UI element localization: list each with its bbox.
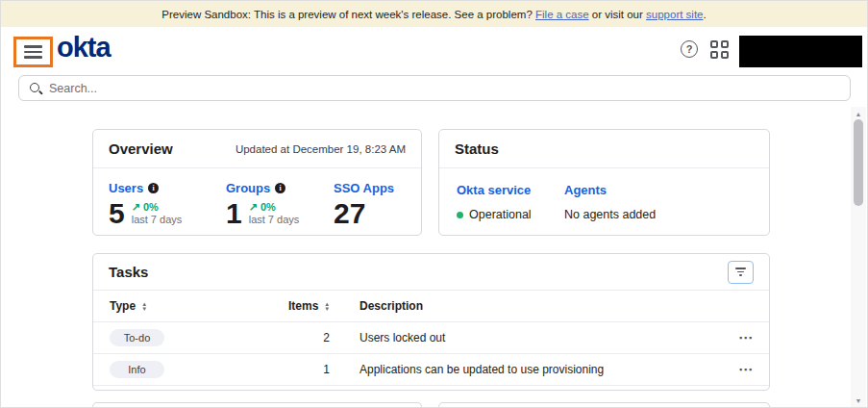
stat-groups: Groupsi 1 ↗ 0% last 7 days <box>226 181 334 228</box>
support-site-link[interactable]: support site <box>646 9 703 20</box>
column-header-type[interactable]: Type▲▼ <box>110 299 288 313</box>
file-a-case-link[interactable]: File a case <box>535 9 589 20</box>
scrollbar-thumb[interactable] <box>854 119 863 206</box>
overview-stats: Usersi 5 ↗ 0% last 7 days Groupsi 1 ↗ 0%… <box>93 168 421 228</box>
items-count: 1 <box>288 363 341 376</box>
column-header-items[interactable]: Items▲▼ <box>288 299 341 313</box>
preview-sandbox-banner: Preview Sandbox: This is a preview of ne… <box>1 1 867 27</box>
tasks-title: Tasks <box>109 264 148 280</box>
search-icon <box>29 82 42 95</box>
overview-card-header: Overview Updated at December 19, 8:23 AM <box>93 130 421 168</box>
okta-service-status: Okta service Operational <box>457 183 564 221</box>
filter-button[interactable] <box>728 261 754 284</box>
groups-link[interactable]: Groupsi <box>226 181 334 195</box>
users-trend: ↗ 0% <box>132 201 183 214</box>
hamburger-menu-button[interactable] <box>13 37 53 67</box>
partial-card-right <box>438 402 770 408</box>
partial-card-left <box>92 402 422 408</box>
stat-sso-apps: SSO Apps 27 <box>334 181 394 228</box>
trend-up-icon: ↗ <box>249 201 258 213</box>
hamburger-icon <box>24 45 42 48</box>
table-row[interactable]: To-do 2 Users locked out ⋯ <box>93 322 769 354</box>
users-trend-period: last 7 days <box>132 214 183 226</box>
filter-icon <box>735 268 746 269</box>
operational-status-dot <box>457 212 463 218</box>
info-icon[interactable]: i <box>275 183 285 193</box>
okta-admin-dashboard: Preview Sandbox: This is a preview of ne… <box>0 0 868 408</box>
groups-count: 1 <box>226 199 242 228</box>
sso-apps-link[interactable]: SSO Apps <box>334 181 394 195</box>
row-actions-menu[interactable]: ⋯ <box>712 365 753 374</box>
sort-icon: ▲▼ <box>324 302 330 311</box>
task-description: Users locked out <box>341 331 712 344</box>
banner-text-middle: or visit our <box>589 9 646 20</box>
okta-logo[interactable]: okta <box>57 32 111 64</box>
search-input[interactable] <box>49 82 840 95</box>
trend-up-icon: ↗ <box>132 201 140 213</box>
top-header: okta ? <box>1 27 867 73</box>
redacted-account-info <box>739 36 862 67</box>
users-count: 5 <box>109 199 125 228</box>
agents-link[interactable]: Agents <box>564 183 656 197</box>
sso-apps-count: 27 <box>334 199 365 228</box>
okta-service-link[interactable]: Okta service <box>457 183 564 197</box>
task-description: Applications can be updated to use provi… <box>341 363 712 376</box>
banner-text: Preview Sandbox: This is a preview of ne… <box>161 9 535 20</box>
scroll-up-icon[interactable]: ▲ <box>851 111 866 117</box>
okta-service-value: Operational <box>457 208 564 221</box>
overview-card: Overview Updated at December 19, 8:23 AM… <box>92 129 422 236</box>
banner-text-suffix: . <box>704 9 707 20</box>
tasks-card: Tasks Type▲▼ Items▲▼ Description To-do 2… <box>92 253 770 391</box>
status-columns: Okta service Operational Agents No agent… <box>439 168 769 221</box>
type-badge: Info <box>110 361 164 378</box>
overview-updated-timestamp: Updated at December 19, 8:23 AM <box>236 143 406 155</box>
stat-users: Usersi 5 ↗ 0% last 7 days <box>109 181 226 228</box>
vertical-scrollbar[interactable]: ▲ ▼ <box>851 107 866 408</box>
agents-status: Agents No agents added <box>564 183 656 221</box>
info-icon[interactable]: i <box>148 183 159 193</box>
scroll-down-icon[interactable]: ▼ <box>851 397 866 404</box>
overview-title: Overview <box>109 140 173 157</box>
groups-trend: ↗ 0% <box>249 201 300 214</box>
help-icon[interactable]: ? <box>681 40 698 58</box>
table-row[interactable]: Info 1 Applications can be updated to us… <box>93 354 769 386</box>
tasks-table-header: Type▲▼ Items▲▼ Description <box>93 291 769 322</box>
status-card-header: Status <box>439 130 769 168</box>
column-header-description: Description <box>341 299 712 313</box>
items-count: 2 <box>288 331 341 344</box>
status-card: Status Okta service Operational Agents N… <box>438 129 770 236</box>
tasks-card-header: Tasks <box>93 254 769 291</box>
type-badge: To-do <box>110 329 164 346</box>
status-title: Status <box>455 140 499 157</box>
search-bar[interactable] <box>18 75 851 101</box>
groups-trend-period: last 7 days <box>249 214 300 226</box>
users-link[interactable]: Usersi <box>109 181 226 195</box>
sort-icon: ▲▼ <box>141 302 147 311</box>
agents-value: No agents added <box>564 208 656 221</box>
apps-grid-icon[interactable] <box>710 40 729 59</box>
row-actions-menu[interactable]: ⋯ <box>712 333 753 343</box>
